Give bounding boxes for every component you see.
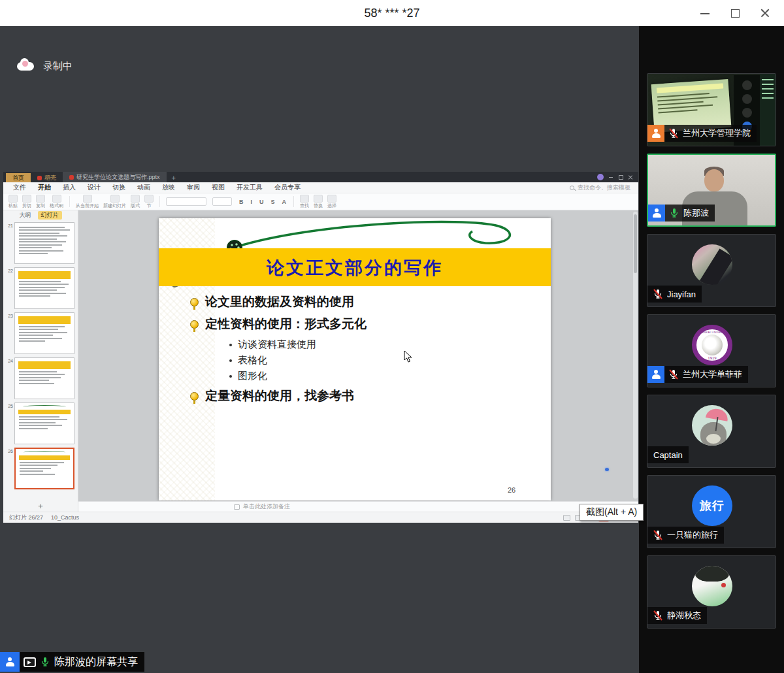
menu-item[interactable]: 开发工具 [231, 183, 269, 192]
menu-item[interactable]: 开始 [32, 183, 57, 192]
format-item[interactable]: B [238, 199, 245, 205]
slide-editor-area: 论文正文部分的写作 论文里的数据及资料的使用 定性资料的使用：形式多元化 访谈资… [78, 210, 638, 512]
thumbnail-row[interactable]: 25 [3, 402, 78, 444]
thumbnail-row[interactable]: 22 [3, 267, 78, 309]
normal-view-icon[interactable] [563, 515, 570, 521]
thumbnail-row-selected[interactable]: 26 [3, 448, 78, 489]
format-item[interactable]: S [270, 199, 276, 205]
menu-item[interactable]: 放映 [156, 183, 181, 192]
menu-item[interactable]: 视图 [206, 183, 231, 192]
anime-avatar [692, 566, 732, 606]
slide-thumbnail[interactable] [14, 222, 74, 264]
participant-name: 兰州大学管理学院 [683, 127, 751, 139]
participant-name: 兰州大学单菲菲 [683, 369, 742, 380]
notes-bar[interactable]: 单击此处添加备注 [78, 501, 638, 512]
participant-tile[interactable]: Captain [647, 395, 776, 468]
participant-sidebar: 兰州大学管理学院 陈那波 [639, 26, 784, 673]
thumbnail-row[interactable]: 24 [3, 357, 78, 399]
toolbar-separator [69, 196, 70, 207]
totoro-avatar [692, 405, 732, 446]
recording-indicator: 录制中 [17, 60, 73, 73]
slide-thumbnail[interactable] [14, 357, 74, 399]
golf-tee-bullet-icon [190, 392, 199, 401]
new-tab-button[interactable]: + [167, 173, 181, 182]
toolbar-item[interactable]: 粘贴 [8, 195, 18, 208]
toolbar-item[interactable]: 格式刷 [50, 195, 63, 208]
close-button[interactable] [750, 0, 780, 26]
menu-item[interactable]: 文件 [7, 183, 32, 192]
participant-name: Jiayifan [667, 289, 696, 299]
university-logo-avatar: NANKAI UNIVERSITY 1919 [692, 325, 732, 365]
menu-item[interactable]: 插入 [57, 183, 82, 192]
minimize-button[interactable] [690, 0, 720, 26]
toolbar-item[interactable]: 剪切 [22, 195, 31, 208]
toolbar-item[interactable]: 选择 [327, 195, 336, 208]
golf-tee-bullet-icon [190, 298, 199, 306]
toolbar-item[interactable]: 版式 [131, 195, 140, 208]
sub-bullet-item: 表格化 [229, 354, 267, 367]
format-item[interactable]: A [281, 199, 288, 205]
toolbar-item[interactable]: 复制 [36, 195, 45, 208]
toolbar-item[interactable]: 替换 [314, 195, 323, 208]
participant-tile-active-speaker[interactable]: 陈那波 [647, 154, 776, 227]
menu-item[interactable]: 设计 [82, 183, 106, 192]
thumbnail-row[interactable]: 23 [3, 312, 78, 354]
toolbar-item[interactable]: 查找 [300, 195, 309, 208]
format-item[interactable]: I [250, 199, 254, 205]
participant-tile[interactable]: 静湖秋态 [647, 555, 776, 629]
participant-tile[interactable]: 旅行 一只猫的旅行 [647, 475, 776, 548]
participant-tile[interactable]: NANKAI UNIVERSITY 1919 兰州大学单菲菲 [647, 314, 776, 387]
tab-outline[interactable]: 大纲 [20, 211, 31, 220]
font-name-select[interactable] [166, 197, 206, 206]
menu-item[interactable]: 动画 [131, 183, 156, 192]
font-size-select[interactable] [212, 197, 232, 206]
host-badge [647, 125, 664, 142]
slide-page-number: 26 [508, 486, 515, 494]
tab-slides[interactable]: 幻灯片 [38, 211, 62, 220]
format-item[interactable]: U [258, 199, 265, 205]
toolbar-item[interactable]: 节 [144, 195, 154, 208]
wps-minimize-icon[interactable] [608, 174, 613, 180]
person-icon [651, 129, 661, 138]
participant-name: 静湖秋态 [667, 610, 701, 621]
toolbar-separator [159, 196, 160, 207]
slide-canvas[interactable]: 论文正文部分的写作 论文里的数据及资料的使用 定性资料的使用：形式多元化 访谈资… [159, 218, 551, 501]
annotation-dot [605, 468, 609, 471]
window-titlebar: 58* *** *27 [0, 0, 784, 26]
tab-docer[interactable]: 稻壳 [31, 173, 63, 182]
tab-home[interactable]: 首页 [6, 173, 31, 182]
editing-group: 查找替换选择 [300, 195, 336, 208]
participant-namebar: 兰州大学管理学院 [647, 125, 757, 142]
slide-thumbnail-selected[interactable] [14, 448, 74, 489]
member-badge [648, 205, 665, 222]
maximize-button[interactable] [720, 0, 750, 26]
wps-window: 首页 稻壳 研究生学位论文选题与写作.pptx + 文件开始插入设计切换动画 [3, 172, 638, 523]
command-search[interactable]: 查找命令、搜索模板 [570, 184, 630, 192]
sub-bullet-item: 访谈资料直接使用 [229, 338, 316, 351]
toolbar-item[interactable]: 新建幻灯片 [103, 195, 126, 208]
screen-share-banner: 陈那波的屏幕共享 [0, 652, 144, 672]
toolbar-item[interactable]: 从当前开始 [76, 195, 99, 208]
slide-thumbnail[interactable] [14, 312, 74, 354]
add-slide-button[interactable]: + [3, 501, 78, 511]
participant-namebar: 陈那波 [648, 205, 715, 222]
participant-namebar: 兰州大学单菲菲 [647, 366, 748, 383]
menu-item[interactable]: 审阅 [181, 183, 206, 192]
dot-bullet-icon [229, 359, 232, 362]
wps-maximize-icon[interactable] [618, 174, 623, 180]
account-avatar[interactable] [597, 174, 604, 180]
search-icon [570, 186, 574, 190]
participant-tile[interactable]: 兰州大学管理学院 [647, 73, 776, 146]
menu-item[interactable]: 会员专享 [269, 183, 306, 192]
wps-close-icon[interactable] [628, 174, 633, 180]
thumbnail-row[interactable]: 21 [3, 222, 78, 264]
participant-name: 陈那波 [683, 207, 709, 219]
tab-document[interactable]: 研究生学位论文选题与写作.pptx [63, 172, 167, 182]
slide-thumbnail[interactable] [14, 402, 74, 444]
participant-tile[interactable]: Jiayifan [647, 234, 776, 307]
slide-thumbnail[interactable] [14, 267, 74, 309]
editor-scrollbar[interactable] [633, 212, 638, 499]
window-title: 58* *** *27 [0, 0, 784, 26]
menu-item[interactable]: 切换 [106, 183, 131, 192]
status-bar: 幻灯片 26/27 10_Cactus [3, 512, 638, 523]
